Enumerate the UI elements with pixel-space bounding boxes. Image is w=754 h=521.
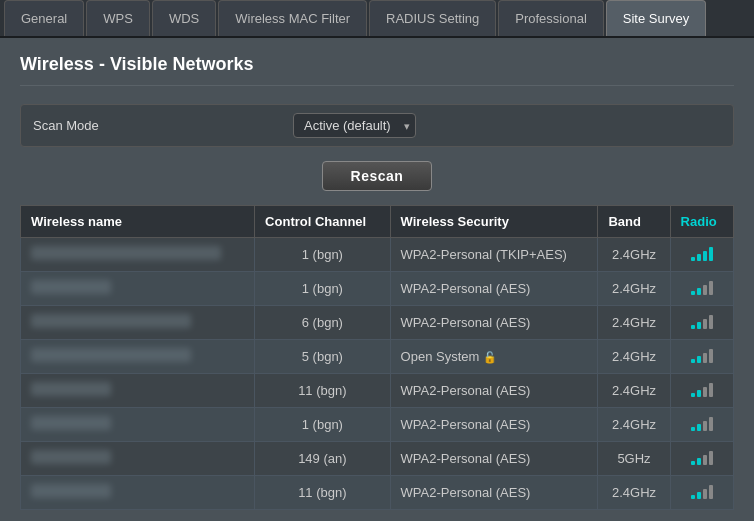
cell-wireless-name (21, 238, 255, 272)
cell-channel: 1 (bgn) (255, 238, 390, 272)
table-row: 5 (bgn) Open System🔓 2.4GHz (21, 340, 734, 374)
blurred-name (31, 314, 191, 328)
cell-security: Open System🔓 (390, 340, 598, 374)
scan-mode-row: Scan Mode Active (default) Passive (20, 104, 734, 147)
scan-mode-select[interactable]: Active (default) Passive (293, 113, 416, 138)
cell-band: 2.4GHz (598, 272, 670, 306)
col-header-wireless-name: Wireless name (21, 206, 255, 238)
blurred-name (31, 348, 191, 362)
blurred-name (31, 450, 111, 464)
cell-security: WPA2-Personal (AES) (390, 476, 598, 510)
scan-mode-label: Scan Mode (33, 118, 293, 133)
blurred-name (31, 382, 111, 396)
signal-bar (697, 390, 701, 397)
signal-bar (709, 281, 713, 295)
blurred-name (31, 416, 111, 430)
tab-general[interactable]: General (4, 0, 84, 36)
tab-wds[interactable]: WDS (152, 0, 216, 36)
signal-bar (703, 319, 707, 329)
blurred-name (31, 280, 111, 294)
signal-bar (691, 359, 695, 363)
cell-band: 2.4GHz (598, 306, 670, 340)
signal-bar (691, 291, 695, 295)
tab-radius-setting[interactable]: RADIUS Setting (369, 0, 496, 36)
rescan-button[interactable]: Rescan (322, 161, 433, 191)
cell-radio (670, 272, 733, 306)
cell-security: WPA2-Personal (AES) (390, 272, 598, 306)
page-title: Wireless - Visible Networks (20, 54, 734, 86)
cell-wireless-name (21, 442, 255, 476)
signal-bar (709, 315, 713, 329)
signal-bars (691, 313, 713, 329)
cell-channel: 11 (bgn) (255, 374, 390, 408)
signal-bar (709, 451, 713, 465)
signal-bars (691, 415, 713, 431)
tab-site-survey[interactable]: Site Survey (606, 0, 706, 36)
cell-security: WPA2-Personal (AES) (390, 408, 598, 442)
signal-bar (697, 288, 701, 295)
cell-channel: 1 (bgn) (255, 408, 390, 442)
signal-bar (703, 489, 707, 499)
rescan-row: Rescan (20, 161, 734, 191)
cell-security: WPA2-Personal (AES) (390, 442, 598, 476)
col-header-control-channel: Control Channel (255, 206, 390, 238)
col-header-band: Band (598, 206, 670, 238)
table-row: 1 (bgn) WPA2-Personal (AES) 2.4GHz (21, 408, 734, 442)
signal-bars (691, 483, 713, 499)
cell-security: WPA2-Personal (AES) (390, 306, 598, 340)
signal-bar (703, 387, 707, 397)
signal-bar (703, 353, 707, 363)
table-row: 1 (bgn) WPA2-Personal (TKIP+AES) 2.4GHz (21, 238, 734, 272)
cell-channel: 149 (an) (255, 442, 390, 476)
networks-table: Wireless name Control Channel Wireless S… (20, 205, 734, 510)
page-content: Wireless - Visible Networks Scan Mode Ac… (0, 38, 754, 521)
cell-band: 2.4GHz (598, 238, 670, 272)
cell-wireless-name (21, 374, 255, 408)
signal-bar (709, 247, 713, 261)
table-row: 6 (bgn) WPA2-Personal (AES) 2.4GHz (21, 306, 734, 340)
cell-band: 2.4GHz (598, 340, 670, 374)
signal-bar (697, 492, 701, 499)
blurred-name (31, 484, 111, 498)
table-row: 11 (bgn) WPA2-Personal (AES) 2.4GHz (21, 476, 734, 510)
cell-wireless-name (21, 408, 255, 442)
table-row: 149 (an) WPA2-Personal (AES) 5GHz (21, 442, 734, 476)
cell-channel: 1 (bgn) (255, 272, 390, 306)
table-header-row: Wireless name Control Channel Wireless S… (21, 206, 734, 238)
table-row: 11 (bgn) WPA2-Personal (AES) 2.4GHz (21, 374, 734, 408)
cell-radio (670, 476, 733, 510)
cell-wireless-name (21, 340, 255, 374)
signal-bar (697, 458, 701, 465)
signal-bar (709, 485, 713, 499)
signal-bar (691, 427, 695, 431)
signal-bar (703, 285, 707, 295)
cell-band: 2.4GHz (598, 408, 670, 442)
cell-band: 2.4GHz (598, 476, 670, 510)
tab-wireless-mac-filter[interactable]: Wireless MAC Filter (218, 0, 367, 36)
cell-wireless-name (21, 272, 255, 306)
cell-wireless-name (21, 306, 255, 340)
cell-wireless-name (21, 476, 255, 510)
signal-bar (691, 461, 695, 465)
signal-bar (697, 424, 701, 431)
tab-bar: General WPS WDS Wireless MAC Filter RADI… (0, 0, 754, 38)
cell-band: 2.4GHz (598, 374, 670, 408)
signal-bars (691, 381, 713, 397)
cell-security: WPA2-Personal (AES) (390, 374, 598, 408)
signal-bar (691, 325, 695, 329)
signal-bar (709, 383, 713, 397)
signal-bar (709, 417, 713, 431)
cell-radio (670, 442, 733, 476)
cell-radio (670, 238, 733, 272)
cell-radio (670, 340, 733, 374)
cell-radio (670, 306, 733, 340)
signal-bar (697, 322, 701, 329)
signal-bars (691, 245, 713, 261)
tab-wps[interactable]: WPS (86, 0, 150, 36)
signal-bar (703, 455, 707, 465)
table-row: 1 (bgn) WPA2-Personal (AES) 2.4GHz (21, 272, 734, 306)
signal-bars (691, 347, 713, 363)
cell-channel: 5 (bgn) (255, 340, 390, 374)
signal-bar (709, 349, 713, 363)
tab-professional[interactable]: Professional (498, 0, 604, 36)
